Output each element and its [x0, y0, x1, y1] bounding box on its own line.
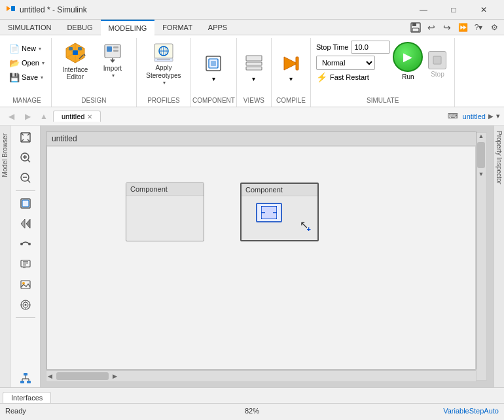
- minimize-button[interactable]: —: [408, 0, 439, 20]
- mb-hierarchy-btn[interactable]: [16, 369, 35, 387]
- component-dropdown-btn[interactable]: ▾: [200, 48, 226, 88]
- ribbon-group-compile: ▾ COMPILE: [272, 38, 311, 107]
- canvas-area[interactable]: ▲ ▼ untitled Component Component: [41, 126, 494, 387]
- undo-btn[interactable]: ↩: [424, 20, 439, 35]
- component-2[interactable]: Component ↖ +: [240, 183, 319, 241]
- svg-rect-30: [211, 61, 216, 66]
- canvas-inner[interactable]: Component Component: [46, 146, 476, 370]
- close-button[interactable]: ✕: [469, 0, 499, 20]
- svg-rect-31: [246, 56, 262, 61]
- maximize-button[interactable]: □: [439, 0, 469, 20]
- breadcrumb: ⌨ untitled ▶ ▾: [446, 109, 500, 124]
- svg-rect-11: [69, 47, 73, 50]
- solver-select[interactable]: Normal Fixed-step Variable-step: [316, 56, 375, 70]
- interface-editor-label: Interface Editor: [62, 66, 88, 80]
- vscroll-thumb[interactable]: [477, 142, 485, 168]
- ribbon-group-component: ▾ COMPONENT: [191, 38, 237, 107]
- property-inspector-tab[interactable]: Property Inspector: [494, 126, 504, 190]
- menu-apps[interactable]: APPS: [200, 20, 235, 35]
- svg-rect-2: [11, 6, 15, 11]
- manage-open-btn[interactable]: 📂 Open ▾: [7, 56, 47, 69]
- apply-stereotypes-btn[interactable]: Apply Stereotypes ▾: [141, 39, 187, 89]
- manage-save-btn[interactable]: 💾 Save ▾: [7, 71, 46, 84]
- import-dropdown-arrow: ▾: [112, 73, 115, 79]
- step-btn[interactable]: ⏩: [456, 20, 470, 35]
- mb-block-btn[interactable]: [16, 194, 35, 213]
- stereotypes-dropdown-arrow: ▾: [163, 80, 166, 86]
- fast-restart-icon: ⚡: [316, 72, 327, 82]
- interfaces-tab[interactable]: Interfaces: [3, 392, 51, 403]
- breadcrumb-arrow: ▶: [488, 113, 494, 120]
- fast-restart-label: Fast Restart: [330, 73, 369, 81]
- run-button[interactable]: ▶: [393, 42, 423, 72]
- svg-rect-70: [20, 381, 24, 383]
- model-tab[interactable]: untitled ✕: [53, 111, 101, 122]
- mb-zoom-fit-btn[interactable]: [16, 128, 35, 147]
- svg-rect-16: [107, 46, 112, 52]
- title-text: untitled * - Simulink: [20, 5, 408, 14]
- component-1[interactable]: Component: [126, 183, 204, 241]
- status-solver[interactable]: VariableStepAuto: [334, 407, 499, 415]
- mb-target-btn[interactable]: [16, 296, 35, 314]
- mb-port-btn[interactable]: [16, 215, 35, 233]
- component-1-title: Component: [126, 183, 204, 196]
- svg-marker-20: [110, 60, 115, 63]
- canvas-vscroll[interactable]: ▲ ▼: [475, 132, 487, 381]
- redo-btn[interactable]: ↪: [440, 20, 454, 35]
- import-btn[interactable]: Import ▾: [96, 39, 129, 89]
- main-area: Model Browser: [0, 126, 504, 387]
- save-layout-btn[interactable]: [408, 20, 423, 35]
- interface-editor-btn[interactable]: Interface Editor: [56, 39, 95, 89]
- nav-forward-btn[interactable]: ▶: [20, 109, 35, 124]
- svg-point-64: [24, 304, 26, 306]
- model-browser-panel: Model Browser: [0, 126, 41, 387]
- model-browser-tab[interactable]: Model Browser: [0, 128, 10, 183]
- profiles-group-label: PROFILES: [137, 97, 190, 104]
- ribbon-group-design: Interface Editor Import ▾: [52, 38, 137, 107]
- svg-rect-4: [412, 23, 416, 26]
- canvas-background: untitled Component Component: [46, 131, 477, 370]
- run-stop-area: ▶ Run Stop: [393, 39, 449, 80]
- svg-marker-51: [21, 219, 25, 228]
- compile-dropdown-btn[interactable]: ▾: [278, 48, 304, 88]
- mb-zoom-in-btn[interactable]: [16, 149, 35, 167]
- settings-btn[interactable]: ⚙: [487, 20, 501, 35]
- keyboard-icon-btn[interactable]: ⌨: [446, 109, 460, 124]
- property-inspector-panel: Property Inspector: [494, 126, 504, 387]
- stop-time-area: Stop Time Normal Fixed-step Variable-ste…: [316, 39, 391, 82]
- svg-rect-18: [113, 50, 118, 52]
- stop-time-input[interactable]: [351, 41, 390, 54]
- canvas-title-text: untitled: [52, 134, 77, 143]
- hscroll-thumb[interactable]: [56, 372, 109, 380]
- mb-image-btn[interactable]: [16, 275, 35, 294]
- component-1-body[interactable]: [126, 196, 204, 235]
- ribbon-group-manage: 📄 New ▾ 📂 Open ▾ 💾 Save ▾ MANAGE: [3, 38, 52, 107]
- tab-close-btn[interactable]: ✕: [87, 113, 92, 120]
- svg-rect-5: [412, 28, 419, 31]
- mb-annotation-btn[interactable]: [16, 255, 35, 273]
- nav-up-btn[interactable]: ▲: [37, 109, 51, 124]
- apply-stereotypes-label: Apply Stereotypes: [146, 64, 181, 80]
- menu-debug[interactable]: DEBUG: [59, 20, 100, 35]
- menu-format[interactable]: FORMAT: [154, 20, 200, 35]
- manage-new-btn[interactable]: 📄 New ▾: [7, 42, 44, 55]
- menu-simulation[interactable]: SIMULATION: [0, 20, 59, 35]
- svg-rect-36: [433, 56, 441, 64]
- nav-back-btn[interactable]: ◀: [4, 109, 18, 124]
- svg-marker-52: [26, 219, 30, 228]
- component-2-body[interactable]: ↖ +: [242, 196, 317, 236]
- menu-modeling[interactable]: MODELING: [101, 20, 155, 35]
- help-dropdown-btn[interactable]: ?▾: [471, 20, 486, 35]
- component-2-inner-block: [256, 203, 282, 222]
- views-dropdown-btn[interactable]: ▾: [241, 48, 267, 88]
- canvas-hscroll[interactable]: ◀ ▶: [46, 370, 477, 382]
- svg-rect-12: [78, 47, 82, 50]
- mb-connector-btn[interactable]: [16, 235, 35, 253]
- title-bar: untitled * - Simulink — □ ✕: [0, 0, 504, 20]
- mb-zoom-out-btn[interactable]: [16, 169, 35, 187]
- svg-rect-32: [246, 62, 262, 65]
- breadcrumb-root[interactable]: untitled: [463, 113, 486, 120]
- stop-time-label: Stop Time: [316, 43, 349, 51]
- expand-dropdown-btn[interactable]: ▾: [496, 112, 500, 120]
- stop-button: Stop: [425, 48, 449, 80]
